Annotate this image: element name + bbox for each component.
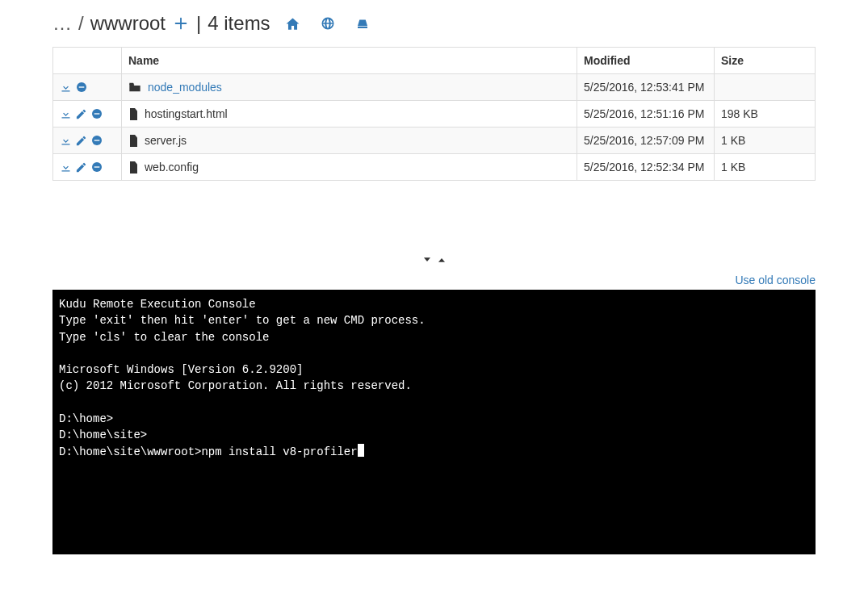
modified-cell: 5/25/2016, 12:53:41 PM bbox=[577, 74, 715, 101]
console-prompt: D:\home\site\wwwroot> bbox=[59, 444, 201, 460]
size-cell bbox=[715, 74, 816, 101]
edit-icon[interactable] bbox=[75, 107, 87, 120]
table-row: hostingstart.html5/25/2016, 12:51:16 PM1… bbox=[53, 101, 816, 128]
table-row: web.config5/25/2016, 12:52:34 PM1 KB bbox=[53, 154, 816, 181]
modified-cell: 5/25/2016, 12:52:34 PM bbox=[577, 154, 715, 181]
add-button[interactable] bbox=[172, 15, 190, 32]
home-icon[interactable] bbox=[285, 16, 300, 31]
chevron-down-icon[interactable] bbox=[420, 253, 434, 266]
table-header-modified: Modified bbox=[577, 48, 715, 74]
table-row: node_modules5/25/2016, 12:53:41 PM bbox=[53, 74, 816, 101]
file-icon bbox=[128, 161, 138, 173]
file-name: server.js bbox=[145, 134, 187, 147]
svg-rect-5 bbox=[94, 140, 100, 140]
breadcrumb-divider: | bbox=[196, 12, 201, 35]
modified-cell: 5/25/2016, 12:51:16 PM bbox=[577, 101, 715, 128]
breadcrumb-current-folder: wwwroot bbox=[90, 12, 166, 35]
file-name: web.config bbox=[145, 161, 199, 173]
size-cell: 198 KB bbox=[715, 101, 816, 128]
svg-rect-7 bbox=[94, 166, 100, 167]
folder-icon bbox=[128, 82, 141, 93]
item-count: 4 items bbox=[208, 12, 270, 35]
download-icon[interactable] bbox=[60, 81, 72, 94]
disk-icon[interactable] bbox=[355, 16, 370, 31]
breadcrumb-separator: / bbox=[78, 12, 84, 35]
file-table: Name Modified Size node_modules5/25/2016… bbox=[52, 47, 816, 181]
edit-icon[interactable] bbox=[75, 134, 87, 147]
chevron-up-icon[interactable] bbox=[434, 253, 449, 266]
svg-rect-1 bbox=[79, 86, 85, 87]
table-header-name: Name bbox=[122, 48, 577, 74]
size-cell: 1 KB bbox=[715, 154, 816, 181]
table-header-actions bbox=[53, 48, 122, 74]
download-icon[interactable] bbox=[60, 134, 72, 147]
folder-link[interactable]: node_modules bbox=[148, 81, 222, 94]
console-cursor bbox=[358, 444, 364, 457]
console[interactable]: Kudu Remote Execution Console Type 'exit… bbox=[52, 290, 816, 554]
console-input[interactable]: npm install v8-profiler bbox=[201, 444, 357, 460]
delete-icon[interactable] bbox=[90, 134, 103, 147]
modified-cell: 5/25/2016, 12:57:09 PM bbox=[577, 128, 715, 154]
breadcrumb: … / wwwroot | 4 items bbox=[52, 12, 816, 35]
file-name: hostingstart.html bbox=[145, 107, 228, 120]
file-icon bbox=[128, 108, 138, 120]
delete-icon[interactable] bbox=[75, 81, 88, 94]
table-header-size: Size bbox=[715, 48, 816, 74]
file-icon bbox=[128, 135, 138, 147]
download-icon[interactable] bbox=[60, 107, 72, 120]
svg-rect-3 bbox=[94, 113, 100, 114]
use-old-console-link[interactable]: Use old console bbox=[735, 274, 816, 286]
breadcrumb-up[interactable]: … bbox=[52, 12, 72, 35]
download-icon[interactable] bbox=[60, 161, 72, 173]
console-toggle[interactable] bbox=[52, 253, 816, 270]
table-row: server.js5/25/2016, 12:57:09 PM1 KB bbox=[53, 128, 816, 154]
delete-icon[interactable] bbox=[90, 161, 103, 173]
globe-icon[interactable] bbox=[321, 16, 335, 31]
size-cell: 1 KB bbox=[715, 128, 816, 154]
edit-icon[interactable] bbox=[75, 161, 87, 173]
delete-icon[interactable] bbox=[90, 107, 103, 120]
